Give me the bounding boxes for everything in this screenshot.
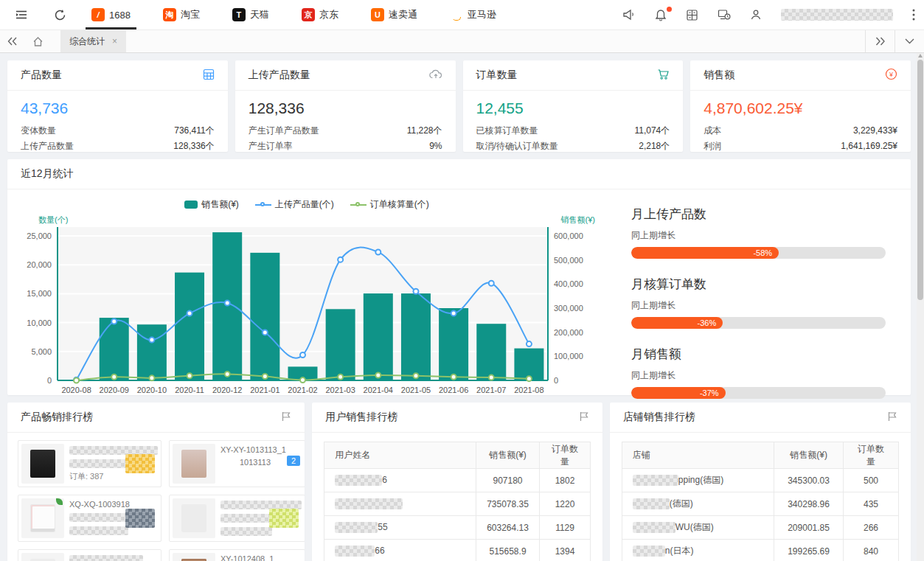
more-menu-icon[interactable]: [912, 9, 915, 21]
table-row[interactable]: n(日本) 199265.69 840: [622, 540, 898, 561]
stat-card-orders: 订单数量 12,455 已核算订单数量11,074个 取消/待确认订单数量2,2…: [463, 60, 684, 152]
growth-bar-fill: -58%: [631, 247, 779, 259]
table-row[interactable]: WU(德国) 209001.85 266: [622, 516, 898, 540]
stat-value[interactable]: 12,455: [476, 100, 670, 117]
tabs-scroll-right-icon[interactable]: [865, 30, 895, 52]
user-sales-table[interactable]: 用户姓名 销售额(¥) 订单数量 6 907180 1802 735078.35…: [324, 442, 590, 561]
flag-icon[interactable]: [887, 411, 897, 424]
table-row[interactable]: 6 907180 1802: [324, 469, 590, 492]
flag-icon[interactable]: [579, 411, 589, 424]
stat-value[interactable]: 128,336: [249, 100, 442, 117]
stat-row-label: 变体数量: [21, 123, 56, 139]
scrollbar-up-arrow[interactable]: [918, 54, 923, 58]
stat-value[interactable]: 4,870,602.25¥: [704, 100, 897, 117]
product-rank-item[interactable]: XY-1012408_1: [169, 549, 305, 561]
platform-label: 速卖通: [389, 8, 417, 21]
product-rank-item[interactable]: [18, 549, 161, 561]
platform-tab-1688[interactable]: / 1688: [91, 0, 131, 29]
platform-tab-淘宝[interactable]: 淘 淘宝: [163, 0, 200, 29]
legend-item[interactable]: 订单核算量(个): [350, 198, 429, 211]
menu-fold-icon[interactable]: [9, 0, 34, 29]
sales-cell: 199265.69: [774, 540, 844, 561]
col-sales[interactable]: 销售额(¥): [476, 442, 540, 469]
svg-text:100,000: 100,000: [554, 352, 583, 360]
tab-close-icon[interactable]: ×: [112, 36, 117, 46]
tab-zonghetongji[interactable]: 综合统计 ×: [60, 30, 126, 52]
col-name[interactable]: 用户姓名: [324, 442, 476, 469]
stat-card-products: 产品数量 43,736 变体数量736,411个 上传产品数量128,336个: [7, 60, 228, 152]
masked-block: [125, 454, 155, 473]
main-content: 产品数量 43,736 变体数量736,411个 上传产品数量128,336个 …: [0, 53, 924, 561]
svg-text:2021-03: 2021-03: [325, 386, 355, 394]
platform-tabs: / 1688淘 淘宝T 天猫京 京东U 速卖通a 亚马逊: [91, 0, 496, 29]
stat-row-label: 产生订单率: [249, 139, 293, 154]
growth-percent: -37%: [700, 388, 719, 397]
platform-tab-亚马逊[interactable]: a 亚马逊: [450, 0, 496, 29]
workstation-icon[interactable]: [718, 9, 731, 21]
scrollbar-thumb[interactable]: [917, 60, 923, 300]
stat-row-value: 736,411个: [174, 123, 215, 139]
masked-block: [125, 509, 155, 528]
flag-icon[interactable]: [281, 411, 291, 424]
platform-label: 亚马逊: [468, 8, 496, 21]
masked-name: [335, 546, 375, 557]
svg-text:2021-08: 2021-08: [514, 386, 543, 394]
legend-item[interactable]: 销售额(¥): [184, 198, 239, 211]
growth-title: 月核算订单数: [631, 276, 886, 293]
table-row[interactable]: pping(德国) 345300.03 500: [622, 469, 898, 492]
notification-bell-icon[interactable]: [655, 9, 667, 21]
top-bar: / 1688淘 淘宝T 天猫京 京东U 速卖通a 亚马逊: [0, 0, 924, 30]
stat-row-value: 11,228个: [407, 123, 442, 139]
masked-name: [633, 522, 675, 533]
monthly-stats-chart[interactable]: 05,00010,00015,00020,00025,0000100,00020…: [12, 212, 598, 403]
notification-dot: [667, 7, 672, 12]
table-row[interactable]: 735078.35 1220: [324, 492, 590, 516]
orders-cell: 435: [843, 492, 898, 516]
user-icon[interactable]: [750, 9, 762, 21]
table-header-row: 用户姓名 销售额(¥) 订单数量: [324, 442, 590, 469]
table-row[interactable]: 55 603264.13 1129: [324, 516, 590, 540]
platform-tab-天猫[interactable]: T 天猫: [232, 0, 269, 29]
shop-sales-table[interactable]: 店铺 销售额(¥) 订单数量 pping(德国) 345300.03 500 (…: [622, 442, 899, 561]
platform-tab-京东[interactable]: 京 京东: [302, 0, 338, 29]
stat-row-value: 2,218个: [639, 139, 670, 154]
svg-text:200,000: 200,000: [554, 328, 583, 337]
username-masked[interactable]: [781, 9, 893, 21]
tabs-dropdown-icon[interactable]: [895, 30, 924, 52]
home-icon[interactable]: [25, 30, 50, 52]
sales-cell: 345300.03: [774, 469, 844, 492]
stat-value[interactable]: 43,736: [21, 100, 215, 117]
growth-bar-track: -58%: [631, 247, 886, 259]
svg-text:2021-01: 2021-01: [250, 386, 279, 394]
announcement-icon[interactable]: [622, 9, 636, 21]
product-rank-item[interactable]: 订单: 387: [18, 440, 161, 487]
col-name[interactable]: 店铺: [622, 442, 774, 469]
col-orders[interactable]: 订单数量: [843, 442, 898, 469]
svg-text:¥: ¥: [889, 71, 894, 78]
page-scrollbar[interactable]: [917, 53, 924, 561]
apps-grid-icon[interactable]: [686, 9, 698, 21]
sales-cell: 209001.85: [774, 516, 844, 540]
product-rank-item[interactable]: XQ-XQ-1003918: [18, 495, 161, 542]
cloud-upload-icon: [429, 69, 442, 82]
product-rank-item[interactable]: [169, 495, 305, 542]
refresh-icon[interactable]: [47, 0, 72, 29]
col-orders[interactable]: 订单数量: [540, 442, 591, 469]
chart-section-title: 近12月统计: [21, 167, 74, 181]
sales-cell: 340298.96: [774, 492, 844, 516]
platform-tab-速卖通[interactable]: U 速卖通: [371, 0, 417, 29]
growth-label: 同上期增长: [631, 369, 886, 382]
table-row[interactable]: (德国) 340298.96 435: [622, 492, 898, 516]
product-image: [173, 444, 215, 484]
panel-title: 产品畅销排行榜: [21, 411, 93, 424]
col-sales[interactable]: 销售额(¥): [774, 442, 844, 469]
svg-text:600,000: 600,000: [554, 231, 583, 240]
product-rank-item[interactable]: XY-XY-1013113_110131132: [169, 440, 305, 487]
monthly-stats-card: 近12月统计 销售额(¥)上传产品量(个)订单核算量(个) 05,00010,0…: [7, 159, 911, 395]
tabs-scroll-left-icon[interactable]: [0, 30, 25, 52]
legend-item[interactable]: 上传产品量(个): [255, 198, 334, 211]
svg-text:2020-12: 2020-12: [212, 386, 242, 394]
stat-row-label: 取消/待确认订单数量: [476, 139, 558, 154]
table-row[interactable]: 66 515658.9 1394: [324, 540, 590, 561]
svg-text:2020-11: 2020-11: [175, 386, 204, 394]
